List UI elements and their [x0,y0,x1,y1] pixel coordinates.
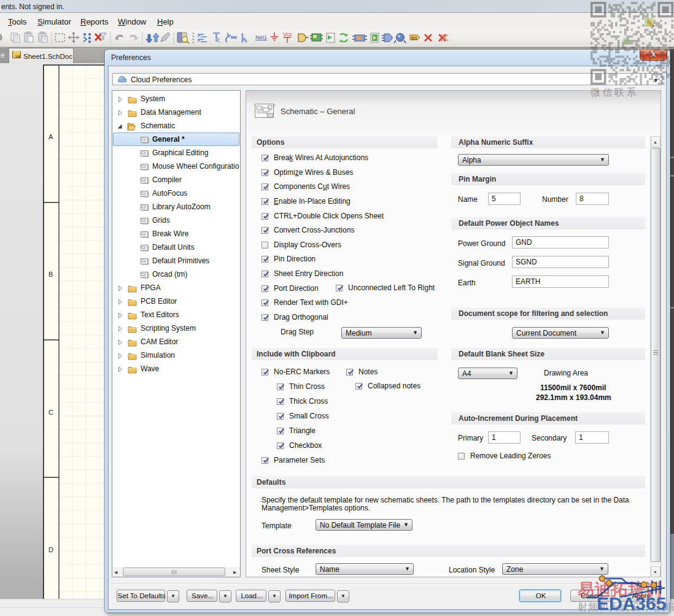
svg-text:微信联系: 微信联系 [591,87,638,98]
svg-text:EDA365: EDA365 [597,593,666,614]
svg-text:B: B [48,271,53,278]
svg-text:D1: D1 [411,36,417,41]
svg-text:C: C [48,409,53,416]
svg-text:A: A [48,133,53,141]
svg-text:Net1: Net1 [255,34,267,40]
svg-text:Vcc: Vcc [283,31,293,37]
svg-text:D: D [48,546,53,553]
